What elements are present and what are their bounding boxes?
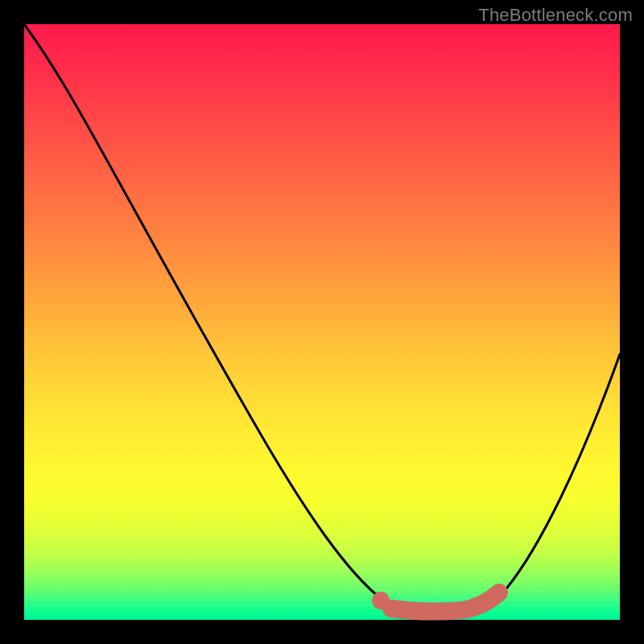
bottleneck-curve: [24, 24, 620, 616]
watermark-text: TheBottleneck.com: [478, 5, 633, 26]
plot-area: [24, 24, 620, 620]
curve-svg: [24, 24, 620, 620]
chart-frame: TheBottleneck.com: [0, 0, 644, 644]
gradient-texture-lines: [24, 588, 620, 612]
